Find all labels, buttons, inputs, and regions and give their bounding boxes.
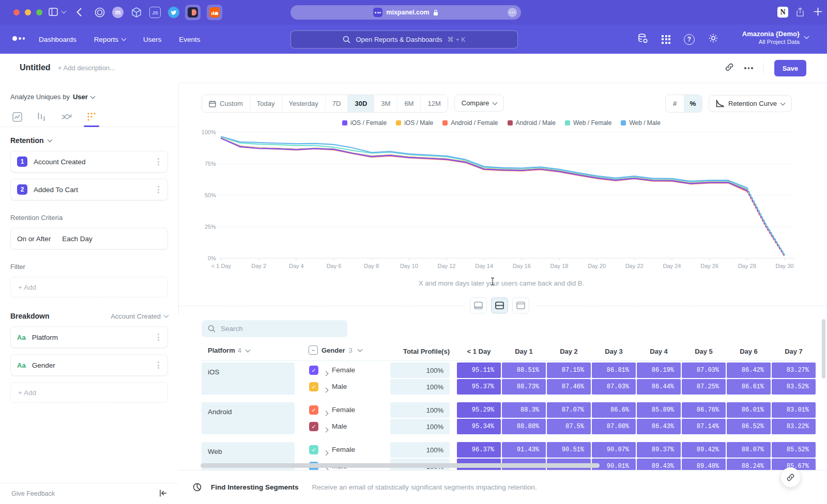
retention-criteria-card[interactable]: On or After Each Day — [10, 228, 168, 249]
breakdown-target-selector[interactable]: Account Created — [111, 312, 168, 320]
expand-row-chevron[interactable] — [324, 424, 328, 434]
help-icon[interactable]: ? — [684, 34, 695, 45]
sidebar-toggle-icon[interactable] — [49, 8, 58, 16]
range-7d[interactable]: 7D — [325, 95, 348, 112]
range-yesterday[interactable]: Yesterday — [282, 95, 325, 112]
nav-item-events[interactable]: Events — [179, 36, 200, 43]
series-checkbox[interactable]: ✓ — [309, 405, 318, 415]
compare-button[interactable]: Compare — [454, 94, 504, 112]
save-button[interactable]: Save — [774, 60, 806, 76]
bird-app-icon[interactable] — [168, 7, 179, 18]
analyze-uniques-row[interactable]: Analyze Uniques by User — [10, 93, 168, 101]
series-checkbox[interactable]: ✓ — [309, 366, 318, 375]
vertical-scrollbar[interactable] — [822, 319, 825, 379]
zoom-window-button[interactable] — [36, 9, 42, 15]
range-6m[interactable]: 6M — [397, 95, 420, 112]
add-breakdown-button[interactable]: + Add — [10, 382, 168, 403]
minimize-window-button[interactable] — [25, 9, 31, 15]
range-12m[interactable]: 12M — [420, 95, 447, 112]
series-checkbox[interactable]: ✓ — [309, 382, 318, 391]
tab-insights[interactable] — [11, 111, 23, 123]
chart-caption: X and more days later your users came ba… — [202, 279, 801, 287]
m-avatar-app-icon[interactable]: m — [112, 7, 124, 18]
kebab-menu-icon[interactable] — [156, 332, 161, 343]
range-30d[interactable]: 30D — [347, 95, 374, 112]
expand-row-chevron[interactable] — [324, 385, 328, 394]
kebab-menu-icon[interactable] — [156, 184, 161, 195]
kebab-menu-icon[interactable] — [156, 359, 161, 371]
retention-value-cell: 86.42% — [727, 363, 771, 378]
global-search[interactable]: Open Reports & Dashboards ⌘ + K — [290, 30, 518, 49]
split-view-button[interactable] — [491, 297, 508, 313]
kebab-menu-icon[interactable] — [156, 156, 161, 167]
js-app-icon[interactable]: JS — [149, 7, 161, 18]
add-filter-button[interactable]: + Add — [10, 277, 168, 297]
tab-flows[interactable] — [61, 111, 72, 123]
target-app-icon[interactable] — [94, 7, 105, 18]
gender-column-header[interactable]: −Gender 3 — [309, 345, 362, 355]
range-custom[interactable]: Custom — [202, 95, 250, 112]
criteria-interval[interactable]: Each Day — [62, 235, 93, 243]
table-only-view-button[interactable] — [512, 297, 529, 313]
platform-column-header[interactable]: Platform 4 — [208, 346, 250, 354]
legend-item[interactable]: Android / Female — [442, 119, 498, 127]
give-feedback-link[interactable]: Give Feedback — [11, 490, 55, 497]
report-title[interactable]: Untitled — [20, 63, 51, 72]
segments-title[interactable]: Find Interesting Segments — [211, 483, 299, 491]
close-window-button[interactable] — [13, 9, 20, 15]
retention-section-heading[interactable]: Retention — [10, 136, 168, 145]
expand-row-chevron[interactable] — [324, 368, 328, 377]
nav-item-users[interactable]: Users — [143, 36, 161, 43]
report-description-placeholder[interactable]: + Add description... — [58, 64, 115, 72]
nav-item-dashboards[interactable]: Dashboards — [39, 36, 76, 43]
chevron-down-icon — [804, 34, 809, 39]
copy-link-icon[interactable] — [725, 62, 734, 74]
soundcloud-app-tab[interactable] — [207, 5, 222, 20]
horizontal-scrollbar[interactable] — [201, 463, 600, 468]
account-switcher[interactable]: Amazonia {Demo} All Project Data — [742, 29, 808, 45]
table-search-input[interactable]: Search — [202, 320, 347, 337]
legend-item[interactable]: iOS / Male — [396, 119, 433, 127]
apps-grid-icon[interactable] — [662, 35, 670, 44]
nav-item-reports[interactable]: Reports — [94, 36, 126, 43]
expand-row-chevron[interactable] — [324, 448, 328, 457]
legend-item[interactable]: Web / Female — [565, 119, 611, 127]
retention-step-1[interactable]: 1 Account Created — [10, 151, 168, 172]
legend-item[interactable]: Android / Male — [508, 119, 556, 127]
more-options-icon[interactable] — [744, 67, 753, 69]
cube-app-icon[interactable] — [131, 7, 142, 18]
collapse-sidebar-icon[interactable] — [159, 490, 167, 498]
breakdown-gender[interactable]: Aa Gender — [10, 354, 168, 376]
legend-item[interactable]: iOS / Female — [342, 119, 387, 127]
tab-funnels[interactable] — [36, 111, 48, 123]
mixpanel-logo[interactable] — [12, 36, 25, 41]
series-checkbox[interactable]: ✓ — [309, 445, 318, 454]
legend-item[interactable]: Web / Male — [621, 119, 660, 127]
settings-gear-icon[interactable] — [708, 33, 718, 45]
chevron-down-icon[interactable] — [62, 11, 66, 13]
url-bar[interactable]: mixpanel.com — [290, 5, 521, 20]
chart-only-view-button[interactable] — [470, 297, 487, 313]
back-icon[interactable] — [76, 8, 82, 17]
journal-app-tab[interactable] — [185, 5, 201, 20]
criteria-mode[interactable]: On or After — [17, 235, 51, 243]
data-management-icon[interactable] — [637, 33, 648, 46]
new-tab-icon[interactable] — [814, 7, 822, 16]
share-link-floating-button[interactable] — [780, 467, 801, 487]
range-3m[interactable]: 3M — [374, 95, 397, 112]
gender-select-all-checkbox[interactable]: − — [309, 345, 318, 355]
chart-type-selector[interactable]: Retention Curve — [709, 95, 792, 112]
retention-value-cell: 87.15% — [547, 363, 591, 378]
percent-toggle[interactable]: % — [684, 95, 702, 112]
notion-extension-icon[interactable]: N — [777, 7, 788, 18]
absolute-numbers-toggle[interactable]: # — [666, 95, 684, 112]
share-icon[interactable] — [796, 7, 804, 17]
tab-retention[interactable] — [86, 111, 97, 123]
series-checkbox[interactable]: ✓ — [309, 422, 318, 431]
expand-row-chevron[interactable] — [324, 408, 328, 417]
url-more-button[interactable] — [508, 8, 517, 17]
breakdown-platform[interactable]: Aa Platform — [10, 326, 168, 348]
mixpanel-favicon — [373, 8, 382, 17]
range-today[interactable]: Today — [250, 95, 282, 112]
retention-step-2[interactable]: 2 Added To Cart — [10, 179, 168, 200]
